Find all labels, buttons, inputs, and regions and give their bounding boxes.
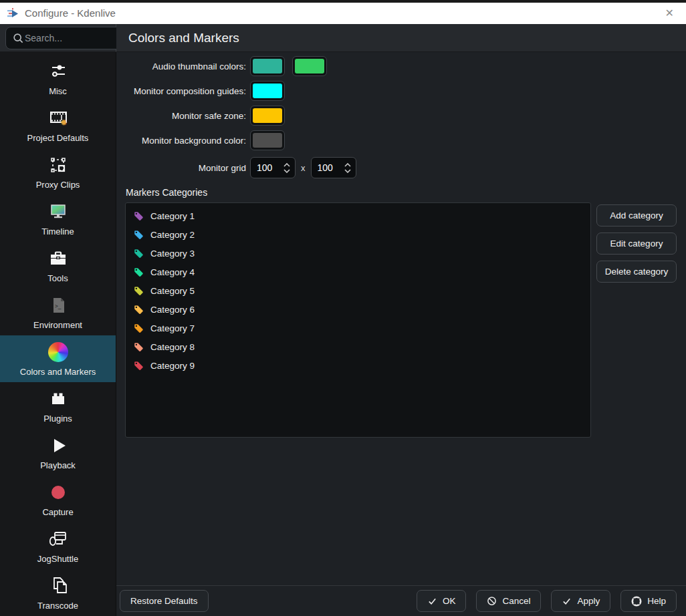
search-area xyxy=(0,24,116,52)
help-button-label: Help xyxy=(647,596,666,606)
sidebar-item-proxy-clips[interactable]: Proxy Clips xyxy=(0,148,116,195)
sidebar-item-timeline[interactable]: Timeline xyxy=(0,195,116,242)
tag-icon xyxy=(133,229,144,241)
tag-icon xyxy=(133,285,144,297)
settings-page: Audio thumbnail colors: Monitor composit… xyxy=(116,52,686,616)
chevron-down-icon xyxy=(283,169,290,173)
category-label: Category 4 xyxy=(150,267,195,277)
sidebar-item-capture[interactable]: Capture xyxy=(0,476,116,522)
grid-height-input[interactable] xyxy=(312,162,338,173)
audio-thumbnail-colors-row: Audio thumbnail colors: xyxy=(116,56,686,76)
grid-height-spinbox[interactable] xyxy=(311,157,356,178)
tag-icon xyxy=(133,323,144,334)
tag-icon xyxy=(133,267,144,278)
sidebar-item-label: Transcode xyxy=(37,601,78,611)
audio-thumbnail-colors-label: Audio thumbnail colors: xyxy=(116,61,250,71)
safe-zone-label: Monitor safe zone: xyxy=(116,111,250,121)
sidebar-item-transcode[interactable]: Transcode xyxy=(0,569,116,616)
help-lifebuoy-icon xyxy=(631,596,642,607)
grid-width-spinbox[interactable] xyxy=(250,157,296,178)
search-icon xyxy=(11,31,25,45)
list-item-category-4[interactable]: Category 4 xyxy=(126,263,590,281)
sidebar-item-project-defaults[interactable]: ✹ Project Defaults xyxy=(0,102,116,148)
tag-icon xyxy=(133,341,144,353)
audio-thumbnail-color-1-button[interactable] xyxy=(250,56,285,76)
color-swatch xyxy=(253,108,282,123)
cancel-button[interactable]: Cancel xyxy=(476,590,541,612)
safe-zone-color-button[interactable] xyxy=(250,106,285,126)
delete-category-button[interactable]: Delete category xyxy=(596,261,677,283)
monitor-grid-row: Monitor grid x xyxy=(116,157,686,178)
toolbox-icon xyxy=(47,247,70,270)
ok-button[interactable]: OK xyxy=(417,590,467,612)
monitor-background-row: Monitor background color: xyxy=(116,130,686,150)
check-icon xyxy=(562,596,572,606)
sidebar-item-plugins[interactable]: Plugins xyxy=(0,382,116,429)
restore-defaults-button[interactable]: Restore Defaults xyxy=(120,590,209,612)
list-item-category-6[interactable]: Category 6 xyxy=(126,300,590,319)
composition-guides-row: Monitor composition guides: xyxy=(116,81,686,101)
page-title: Colors and Markers xyxy=(128,31,239,45)
titlebar[interactable]: Configure - Kdenlive ✕ xyxy=(0,3,686,24)
apply-button[interactable]: Apply xyxy=(551,590,610,612)
spinner-arrows[interactable] xyxy=(283,163,295,173)
list-item-category-1[interactable]: Category 1 xyxy=(126,206,590,225)
apply-button-label: Apply xyxy=(577,596,600,606)
grid-width-input[interactable] xyxy=(251,162,277,173)
composition-guides-color-button[interactable] xyxy=(250,81,285,101)
monitor-background-color-button[interactable] xyxy=(250,130,285,150)
list-item-category-8[interactable]: Category 8 xyxy=(126,337,590,356)
sidebar-item-label: Capture xyxy=(42,507,73,517)
filmstrip-star-icon: ✹ xyxy=(47,107,70,130)
monitor-grid-label: Monitor grid xyxy=(116,163,250,173)
category-label: Category 5 xyxy=(150,286,195,296)
tag-icon xyxy=(133,210,144,222)
svg-text:>_: >_ xyxy=(55,303,62,309)
plugin-brick-icon xyxy=(47,388,70,410)
sidebar-item-label: Plugins xyxy=(43,414,72,424)
sidebar-item-colors-and-markers[interactable]: Colors and Markers xyxy=(0,335,116,382)
audio-thumbnail-color-2-button[interactable] xyxy=(292,56,327,76)
chevron-up-icon xyxy=(344,163,351,167)
list-item-category-5[interactable]: Category 5 xyxy=(126,281,590,300)
sidebar-item-environment[interactable]: >_ Environment xyxy=(0,289,116,335)
sidebar-item-tools[interactable]: Tools xyxy=(0,242,116,289)
monitor-background-label: Monitor background color: xyxy=(116,136,250,146)
spinner-arrows[interactable] xyxy=(344,163,356,173)
category-label: Category 7 xyxy=(150,323,195,333)
tag-icon xyxy=(133,248,144,259)
cancel-slash-icon xyxy=(487,596,497,606)
list-item-category-9[interactable]: Category 9 xyxy=(126,356,590,375)
sidebar-item-label: Tools xyxy=(47,273,68,283)
sidebar-item-misc[interactable]: Misc xyxy=(0,55,116,102)
sidebar-item-label: Misc xyxy=(49,86,67,96)
add-category-button[interactable]: Add category xyxy=(596,204,677,226)
help-button[interactable]: Help xyxy=(620,590,677,612)
play-icon xyxy=(47,434,70,457)
category-label: Category 2 xyxy=(150,230,195,240)
record-circle-icon xyxy=(47,481,70,504)
chevron-down-icon xyxy=(344,169,351,173)
category-label: Category 9 xyxy=(150,361,195,371)
category-label: Category 1 xyxy=(150,211,195,221)
close-icon[interactable]: ✕ xyxy=(657,7,682,20)
list-item-category-3[interactable]: Category 3 xyxy=(126,244,590,263)
jog-device-icon xyxy=(47,528,70,551)
tag-icon xyxy=(133,360,144,371)
sidebar-item-playback[interactable]: Playback xyxy=(0,429,116,476)
sidebar-item-label: JogShuttle xyxy=(37,554,78,564)
color-swatch xyxy=(253,133,282,148)
sidebar-item-label: Playback xyxy=(40,460,76,470)
markers-categories-title: Markers Categories xyxy=(126,187,686,198)
list-item-category-2[interactable]: Category 2 xyxy=(126,225,590,244)
edit-category-button[interactable]: Edit category xyxy=(596,233,677,255)
sidebar-item-jogshuttle[interactable]: JogShuttle xyxy=(0,522,116,569)
markers-category-list[interactable]: Category 1 Category 2 Category 3 Ca xyxy=(125,202,591,438)
safe-zone-row: Monitor safe zone: xyxy=(116,106,686,126)
list-item-category-7[interactable]: Category 7 xyxy=(126,319,590,337)
grid-separator: x xyxy=(301,163,306,173)
tag-icon xyxy=(133,304,144,315)
selection-marquee-icon xyxy=(47,154,70,176)
configure-dialog: Configure - Kdenlive ✕ Colors and Marker… xyxy=(0,0,686,616)
sidebar: Misc ✹ Project Defaults xyxy=(0,52,116,616)
